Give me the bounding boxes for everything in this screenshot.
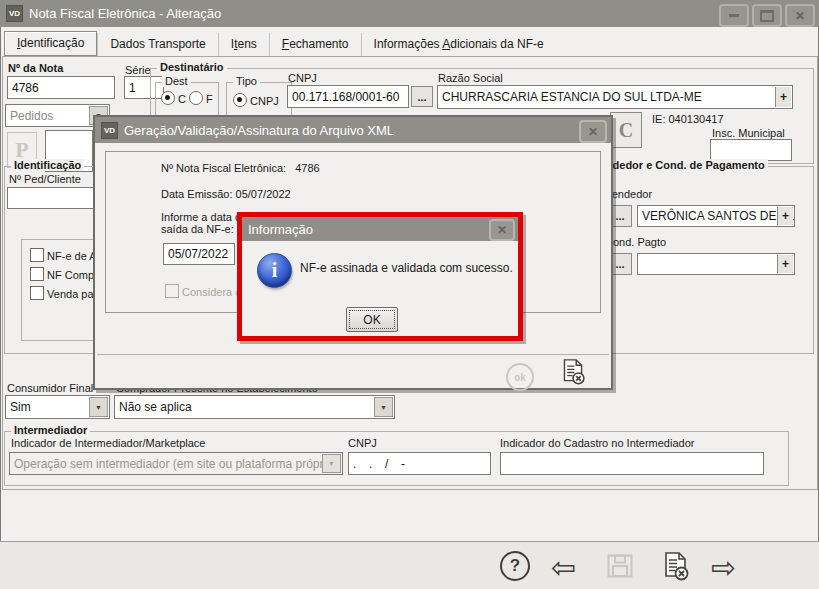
document-x-icon [560,358,587,387]
arrow-left-icon: ⇦ [551,550,576,585]
consumidor-final-label: Consumidor Final [7,382,93,394]
dest-radio-c[interactable]: C [161,91,186,105]
check-nfe-ajuste[interactable]: NF-e de A [30,248,97,262]
radio-c-icon [161,91,175,105]
info-icon-wrap: i [257,253,292,288]
help-button[interactable]: ? [500,551,530,581]
checkbox-icon [165,284,179,298]
maximize-button[interactable] [752,4,782,27]
vendedor-input[interactable]: VERÔNICA SANTOS DE OLIVE + [637,205,795,227]
xml-dialog-close-button[interactable]: ✕ [579,120,607,143]
minimize-icon [729,14,739,17]
razao-add-button[interactable]: + [775,87,791,107]
intermediador-group: Intermediador Indicador de Intermediador… [4,431,789,486]
ellipsis-icon: ... [417,91,426,103]
ok-circle-icon: ok [506,363,534,391]
intermediador-group-label: Intermediador [11,424,90,436]
save-button[interactable] [607,554,633,578]
check-venda[interactable]: Venda par [30,286,97,300]
cancel-document-button[interactable] [661,551,691,583]
destinatario-group-label: Destinatário [157,61,227,73]
cond-pagto-input[interactable]: + [637,253,795,275]
tipo-radio-cnpj[interactable]: CNPJ [233,93,279,107]
close-icon: ✕ [588,126,598,138]
chevron-down-icon: ▼ [89,397,108,417]
info-icon: i [257,253,292,288]
plus-icon: + [782,209,789,223]
insc-municipal-input[interactable] [710,139,792,161]
close-button[interactable]: ✕ [785,4,815,27]
nota-input[interactable] [7,76,115,99]
minimize-button[interactable] [719,4,749,27]
close-icon: ✕ [497,224,507,236]
intermediador-cnpj-input[interactable] [348,452,491,475]
radio-cnpj-icon [233,93,247,107]
razao-social-input[interactable]: CHURRASCARIA ESTANCIA DO SUL LTDA-ME + [437,85,793,109]
tab-fechamento[interactable]: Fechamento [269,33,361,56]
intermediador-cnpj-label: CNPJ [348,437,377,449]
xml-informe-line2: saída da NF-e: [161,223,234,235]
check-nf-complementar[interactable]: NF Comple [30,267,103,281]
checkbox-icon [30,267,44,281]
back-button[interactable]: ⇦ [551,553,576,583]
xml-dialog-separator [97,354,609,355]
tab-dados-transporte[interactable]: Dados Transporte [97,33,217,56]
dest-group: Dest C F [155,82,219,118]
indicador-cadastro-label: Indicador do Cadastro no Intermediador [500,437,694,449]
nota-label: Nº da Nota [8,62,63,74]
data-saida-input[interactable] [163,243,235,265]
xml-informe-line1: Informe a data de [161,211,247,223]
forward-button[interactable]: ⇨ [711,553,736,583]
cnpj-input[interactable] [287,85,409,108]
xml-emissao-line: Data Emissão: 05/07/2022 [161,188,291,200]
vendedor-group: Vendedor e Cond. de Pagamento Vendedor .… [583,166,814,354]
identificacao-group-label: Identificação [11,159,84,171]
tab-identificacao[interactable]: Identificação [4,31,97,56]
checkbox-icon [30,286,44,300]
ped-cliente-label: Nº Ped/Cliente [9,173,81,185]
info-dialog-close-button[interactable]: ✕ [489,219,515,241]
vendedor-group-label: Vendedor e Cond. de Pagamento [590,159,768,171]
maximize-icon [760,10,774,22]
cnpj-label: CNPJ [288,72,317,84]
insc-municipal-label: Insc. Municipal [712,127,785,139]
info-dialog: Informação ✕ i NF-e assinada e validada … [237,212,523,341]
checkbox-icon [30,248,44,262]
document-x-icon [661,551,691,583]
indicador-marketplace-label: Indicador de Intermediador/Marketplace [11,437,205,449]
info-dialog-titlebar: Informação ✕ [242,217,518,241]
app-logo-icon: VD [6,5,23,22]
chevron-down-icon: ▼ [322,454,341,473]
dest-radio-f[interactable]: F [189,91,213,105]
vendedor-add-button[interactable]: + [777,207,793,225]
info-ok-button[interactable]: OK [346,307,398,332]
main-window: VD Nota Fiscal Eletrônica - Alteração ✕ … [0,0,819,589]
xml-dialog-title: Geração/Validação/Assinatura do Arquivo … [124,123,394,138]
xml-dialog-titlebar: VD Geração/Validação/Assinatura do Arqui… [95,117,611,143]
close-icon: ✕ [795,10,805,22]
tab-informacoes-adicionais[interactable]: Informações Adicionais da NF-e [361,33,556,56]
main-titlebar: VD Nota Fiscal Eletrônica - Alteração ✕ [0,0,819,27]
indicador-marketplace-combobox[interactable]: Operação sem intermediador (em site ou p… [9,452,343,475]
floppy-disk-icon [607,554,633,578]
cond-pagto-add-button[interactable]: + [777,255,793,273]
razao-social-label: Razão Social [438,72,503,84]
arrow-right-icon: ⇨ [711,550,736,585]
tab-itens[interactable]: Itens [218,33,269,56]
xml-ok-button[interactable]: ok [506,363,534,391]
info-dialog-title: Informação [248,222,313,237]
plus-icon: + [780,90,787,104]
consumidor-final-combobox[interactable]: Sim ▼ [5,395,110,419]
app-logo-icon: VD [101,122,118,139]
indicador-cadastro-input[interactable] [500,452,764,475]
considera-checkbox[interactable]: Considera de [165,284,248,298]
xml-cancel-button[interactable] [560,358,587,387]
cnpj-lookup-button[interactable]: ... [411,86,433,107]
dest-group-label: Dest [162,75,191,87]
c-button[interactable]: C [610,112,642,148]
plus-icon: + [782,257,789,271]
footer-toolbar: ? ⇦ ⇨ [0,541,819,589]
comprador-presente-combobox[interactable]: Não se aplica ▼ [114,395,395,419]
ellipsis-icon: ... [615,210,624,222]
ellipsis-icon: ... [615,258,624,270]
